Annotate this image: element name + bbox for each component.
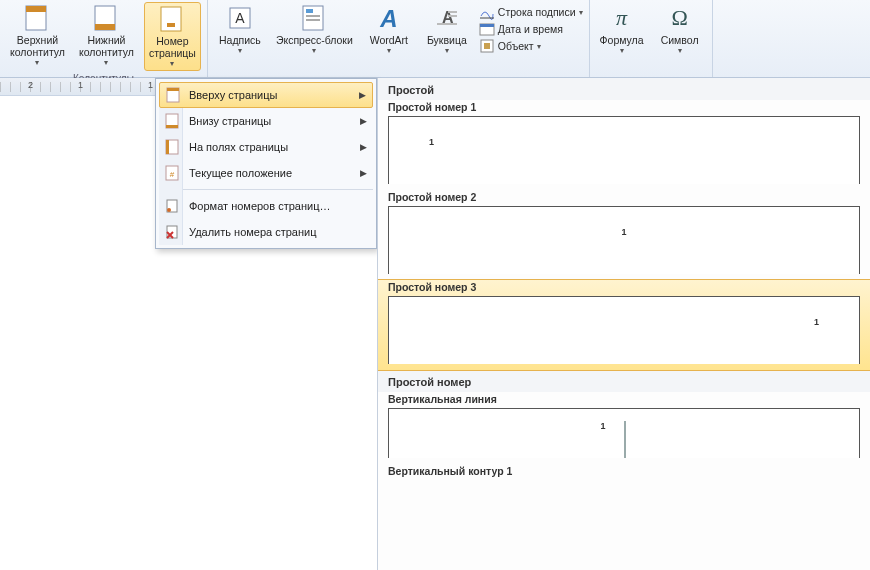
dropdown-icon: ▾ bbox=[104, 58, 108, 67]
quickparts-icon bbox=[298, 4, 330, 32]
svg-rect-27 bbox=[166, 140, 169, 154]
svg-rect-10 bbox=[306, 15, 320, 17]
margins-icon bbox=[164, 139, 180, 155]
object-icon bbox=[479, 38, 495, 54]
ruler: 2 1 1 bbox=[0, 78, 160, 96]
datetime-button[interactable]: Дата и время bbox=[479, 21, 583, 37]
textbox-label: Надпись bbox=[219, 34, 261, 46]
gallery-item-vertical-outline-1[interactable]: Вертикальный контур 1 bbox=[378, 464, 870, 486]
menu-label: Внизу страницы bbox=[189, 115, 271, 127]
gallery-preview: 1 bbox=[388, 408, 860, 458]
gallery-item-simple-2[interactable]: Простой номер 2 1 bbox=[378, 190, 870, 280]
object-label: Объект bbox=[498, 40, 534, 52]
submenu-arrow-icon: ▶ bbox=[360, 142, 367, 152]
equation-button[interactable]: π Формула ▾ bbox=[596, 2, 648, 57]
object-button[interactable]: Объект ▾ bbox=[479, 38, 583, 54]
svg-rect-1 bbox=[26, 6, 46, 12]
page-number-button[interactable]: Номер страницы ▾ bbox=[144, 2, 201, 71]
datetime-icon bbox=[479, 21, 495, 37]
symbol-label: Символ bbox=[661, 34, 699, 46]
menu-remove-numbers[interactable]: Удалить номера страниц bbox=[159, 219, 373, 245]
wordart-button[interactable]: A WordArt ▾ bbox=[363, 2, 415, 57]
svg-rect-25 bbox=[166, 125, 178, 128]
dropdown-icon: ▾ bbox=[387, 46, 391, 55]
page-number-icon bbox=[156, 5, 188, 33]
dropdown-icon: ▾ bbox=[312, 46, 316, 55]
quickparts-button[interactable]: Экспресс-блоки ▾ bbox=[272, 2, 357, 57]
menu-page-margins[interactable]: На полях страницы ▶ bbox=[159, 134, 373, 160]
gallery-item-vertical-line[interactable]: Вертикальная линия 1 bbox=[378, 392, 870, 464]
footer-label: Нижний колонтитул bbox=[79, 34, 134, 58]
menu-separator bbox=[159, 189, 373, 190]
gallery-item-simple-1[interactable]: Простой номер 1 1 bbox=[378, 100, 870, 190]
menu-label: Текущее положение bbox=[189, 167, 292, 179]
ribbon: Верхний колонтитул ▾ Нижний колонтитул ▾… bbox=[0, 0, 870, 78]
symbol-button[interactable]: Ω Символ ▾ bbox=[654, 2, 706, 57]
dropdown-icon: ▾ bbox=[537, 42, 541, 51]
equation-label: Формула bbox=[600, 34, 644, 46]
textbox-icon: A bbox=[224, 4, 256, 32]
signature-icon bbox=[479, 4, 495, 20]
svg-text:A: A bbox=[379, 5, 397, 31]
menu-current-position[interactable]: # Текущее положение ▶ bbox=[159, 160, 373, 186]
signature-label: Строка подписи bbox=[498, 6, 576, 18]
dropdown-icon: ▾ bbox=[579, 8, 583, 17]
menu-label: Формат номеров страниц… bbox=[189, 200, 330, 212]
menu-bottom-of-page[interactable]: Внизу страницы ▶ bbox=[159, 108, 373, 134]
header-icon bbox=[21, 4, 53, 32]
menu-top-of-page[interactable]: Вверху страницы ▶ bbox=[159, 82, 373, 108]
vertical-line-icon bbox=[624, 421, 626, 458]
dropcap-label: Буквица bbox=[427, 34, 467, 46]
gallery-caption: Простой номер 3 bbox=[388, 281, 860, 293]
signature-line-button[interactable]: Строка подписи ▾ bbox=[479, 4, 583, 20]
mini-list: Строка подписи ▾ Дата и время Объект ▾ bbox=[479, 2, 583, 57]
dropdown-icon: ▾ bbox=[238, 46, 242, 55]
group-symbols: π Формула ▾ Ω Символ ▾ bbox=[590, 0, 713, 77]
symbol-icon: Ω bbox=[664, 4, 696, 32]
svg-rect-19 bbox=[480, 24, 494, 27]
position-icon: # bbox=[164, 165, 180, 181]
page-number-label: Номер страницы bbox=[149, 35, 196, 59]
page-number-menu: Вверху страницы ▶ Внизу страницы ▶ На по… bbox=[155, 78, 377, 249]
menu-label: На полях страницы bbox=[189, 141, 288, 153]
bottom-page-icon bbox=[164, 113, 180, 129]
top-page-icon bbox=[165, 87, 181, 103]
group-text: A Надпись ▾ Экспресс-блоки ▾ A WordArt ▾ bbox=[208, 0, 590, 77]
gallery-caption: Вертикальная линия bbox=[388, 393, 860, 405]
equation-icon: π bbox=[606, 4, 638, 32]
svg-rect-5 bbox=[167, 23, 175, 27]
svg-rect-11 bbox=[306, 19, 320, 21]
dropcap-button[interactable]: A Буквица ▾ bbox=[421, 2, 473, 57]
group-headers: Верхний колонтитул ▾ Нижний колонтитул ▾… bbox=[0, 0, 208, 77]
page-number-preview: 1 bbox=[814, 317, 819, 327]
svg-rect-23 bbox=[167, 88, 179, 91]
gallery-item-simple-3[interactable]: Простой номер 3 1 bbox=[378, 280, 870, 370]
menu-label: Удалить номера страниц bbox=[189, 226, 317, 238]
page-number-preview: 1 bbox=[621, 227, 626, 237]
format-icon bbox=[164, 198, 180, 214]
header-button[interactable]: Верхний колонтитул ▾ bbox=[6, 2, 69, 71]
submenu-arrow-icon: ▶ bbox=[359, 90, 366, 100]
svg-rect-4 bbox=[161, 7, 181, 31]
ruler-mark: 2 bbox=[28, 80, 33, 90]
gallery-panel: Простой Простой номер 1 1 Простой номер … bbox=[377, 78, 870, 570]
gallery-preview: 1 bbox=[388, 116, 860, 184]
page-number-preview: 1 bbox=[601, 421, 606, 431]
footer-button[interactable]: Нижний колонтитул ▾ bbox=[75, 2, 138, 71]
menu-format-numbers[interactable]: Формат номеров страниц… bbox=[159, 193, 373, 219]
quickparts-label: Экспресс-блоки bbox=[276, 34, 353, 46]
footer-icon bbox=[90, 4, 122, 32]
datetime-label: Дата и время bbox=[498, 23, 563, 35]
gallery-section-simple: Простой bbox=[378, 78, 870, 100]
svg-rect-3 bbox=[95, 24, 115, 30]
gallery-caption: Вертикальный контур 1 bbox=[388, 465, 860, 477]
header-label: Верхний колонтитул bbox=[10, 34, 65, 58]
svg-rect-15 bbox=[448, 15, 457, 17]
svg-text:#: # bbox=[170, 170, 175, 179]
gallery-caption: Простой номер 1 bbox=[388, 101, 860, 113]
textbox-button[interactable]: A Надпись ▾ bbox=[214, 2, 266, 57]
ruler-mark: 1 bbox=[148, 80, 153, 90]
dropdown-icon: ▾ bbox=[678, 46, 682, 55]
dropdown-icon: ▾ bbox=[35, 58, 39, 67]
remove-icon bbox=[164, 224, 180, 240]
